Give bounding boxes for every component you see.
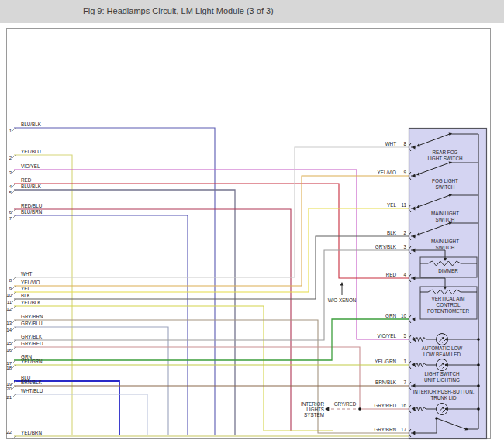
pin-number: 18 xyxy=(6,366,12,370)
svg-text:SWITCH: SWITCH xyxy=(436,184,455,190)
pin-number: 15 xyxy=(6,341,12,345)
wire-color-label: VIO/YEL xyxy=(21,163,40,169)
module-pin-number: 10 xyxy=(401,313,407,318)
module-pin-number: 5 xyxy=(403,333,406,339)
module-wire-label: GRY/BRN xyxy=(374,427,396,432)
svg-text:INTERIOR PUSH-BUTTON,: INTERIOR PUSH-BUTTON, xyxy=(413,389,475,394)
wire-color-label: RED xyxy=(21,177,32,183)
pin-number: 13 xyxy=(6,321,12,325)
svg-text:TRUNK LID: TRUNK LID xyxy=(430,395,457,400)
module-pin-number: 16 xyxy=(401,403,407,408)
pin-number: 21 xyxy=(6,395,12,400)
svg-text:W/O XENON: W/O XENON xyxy=(328,297,357,303)
wire-color-label: YEL/BRN xyxy=(21,430,42,435)
wire-color-label: RED/BLU xyxy=(21,203,43,208)
wire-color-label: BLU/BLK xyxy=(21,122,42,127)
svg-text:LIGHT SWITCH: LIGHT SWITCH xyxy=(424,371,459,376)
svg-text:REAR FOG: REAR FOG xyxy=(433,150,458,155)
module-wire-label: BLK xyxy=(387,230,397,235)
module-wire-label: VIO/YEL xyxy=(378,333,397,339)
wire-color-label: BLU/BLK xyxy=(21,184,42,189)
svg-text:AUTOMATIC LOW: AUTOMATIC LOW xyxy=(422,345,463,351)
svg-text:LIGHT SWITCH: LIGHT SWITCH xyxy=(427,156,462,161)
pin-number: 16 xyxy=(6,348,12,352)
module-pin-number: 1 xyxy=(403,359,406,364)
svg-text:MAIN LIGHT: MAIN LIGHT xyxy=(431,211,459,216)
wire-color-label: YEL/GRN xyxy=(21,359,43,364)
module-pin-number: 11 xyxy=(401,202,406,208)
module-wire-label: RED xyxy=(386,272,397,277)
pin-number: 14 xyxy=(6,328,12,332)
module-pin-number: 9 xyxy=(403,170,406,175)
svg-text:LOW BEAM LED: LOW BEAM LED xyxy=(423,352,461,357)
svg-text:MAIN LIGHT: MAIN LIGHT xyxy=(431,239,459,244)
svg-text:UNIT LIGHTING: UNIT LIGHTING xyxy=(424,377,460,383)
module-wire-label: GRY/RED xyxy=(374,403,396,408)
module-wire-label: BRN/BLK xyxy=(375,380,397,385)
diagram-viewer-window: Fig 9: Headlamps Circuit, LM Light Modul… xyxy=(0,0,504,440)
branch-wire-label: GRY/RED xyxy=(334,401,357,407)
wire-color-label: GRY/BLU xyxy=(21,321,43,326)
wire-color-label: GRY/BRN xyxy=(21,314,43,319)
wire-color-label: YEL/VIO xyxy=(21,280,40,285)
module-pin-number: 8 xyxy=(403,141,406,146)
svg-text:FOG LIGHT: FOG LIGHT xyxy=(432,178,458,184)
svg-text:VERTICAL AIM: VERTICAL AIM xyxy=(431,296,464,301)
wire-color-label: GRY/BLK xyxy=(21,334,43,339)
svg-text:SWITCH: SWITCH xyxy=(436,217,455,222)
pin-number: 20 xyxy=(6,387,12,391)
module-wire-label: YEL/VIO xyxy=(378,170,397,175)
wire-color-label: GRY/RED xyxy=(21,341,43,346)
wiring-diagram-canvas: 1BLU/BLK2YEL/BLU3VIO/YEL4RED5BLU/BLK6RED… xyxy=(0,0,504,440)
module-wire-label: GRY/BLK xyxy=(375,244,397,249)
module-pin-number: 17 xyxy=(401,427,407,432)
svg-text:SYSTEM: SYSTEM xyxy=(304,412,324,418)
svg-text:INTERIOR: INTERIOR xyxy=(301,401,325,407)
svg-text:DIMMER: DIMMER xyxy=(438,268,458,273)
pin-number: 10 xyxy=(6,293,12,297)
wire-color-label: BLU/BRN xyxy=(21,209,43,215)
module-pin-number: 7 xyxy=(403,380,406,385)
module-wire-label: YEL xyxy=(387,202,396,208)
module-wire-label: YEL/GRN xyxy=(375,359,396,364)
wire-color-label: BLK xyxy=(21,293,31,298)
wire-color-label: WHT xyxy=(21,271,32,277)
pin-number: 12 xyxy=(6,307,12,311)
svg-text:CONTROL: CONTROL xyxy=(437,302,461,308)
wire-color-label: YEL xyxy=(21,286,30,291)
module-pin-number: 4 xyxy=(403,272,406,277)
svg-text:SWITCH: SWITCH xyxy=(436,245,455,250)
svg-text:LIGHTS: LIGHTS xyxy=(306,407,324,412)
wire-color-label: YEL/BLU xyxy=(21,149,41,154)
module-wire-label: WHT xyxy=(385,141,396,146)
wire-color-label: WHT/BLU xyxy=(21,388,43,394)
module-pin-number: 2 xyxy=(403,230,406,235)
pin-number: 11 xyxy=(7,300,12,304)
module-wire-label: GRN xyxy=(385,313,396,318)
wire-color-label: BRN/BLK xyxy=(21,380,43,385)
pin-number: 22 xyxy=(6,430,12,435)
wire-color-label: YEL/BLK xyxy=(21,300,41,305)
module-pin-number: 3 xyxy=(403,244,406,249)
svg-text:POTENTIOMETER: POTENTIOMETER xyxy=(427,308,470,314)
